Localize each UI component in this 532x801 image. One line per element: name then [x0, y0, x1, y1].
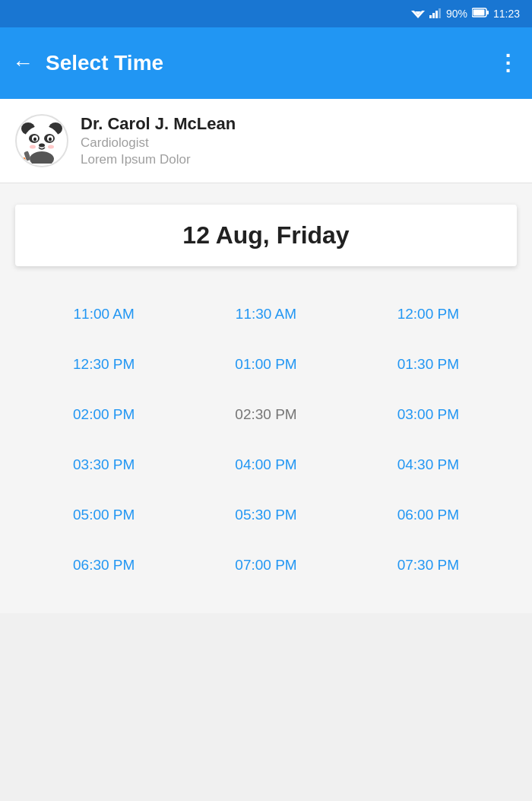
- svg-rect-6: [439, 8, 441, 18]
- time-slot-9[interactable]: 03:00 PM: [347, 389, 509, 440]
- time-slot-5[interactable]: 01:00 PM: [185, 339, 347, 389]
- svg-point-18: [49, 138, 52, 141]
- battery-percent: 90%: [446, 8, 467, 20]
- battery-icon: [472, 7, 489, 21]
- time-slot-12[interactable]: 04:30 PM: [347, 440, 509, 490]
- time-slot-4[interactable]: 12:30 PM: [23, 339, 185, 389]
- time-slot-2[interactable]: 11:30 AM: [185, 289, 347, 339]
- time-grid: 11:00 AM11:30 AM12:00 PM12:30 PM01:00 PM…: [23, 289, 509, 590]
- more-options-button[interactable]: ⋮: [497, 58, 520, 68]
- time-slot-15[interactable]: 06:00 PM: [347, 490, 509, 540]
- date-card[interactable]: 12 Aug, Friday: [15, 205, 517, 266]
- time-slot-8: 02:30 PM: [185, 389, 347, 440]
- time-slot-6[interactable]: 01:30 PM: [347, 339, 509, 389]
- svg-point-17: [33, 138, 36, 141]
- selected-date: 12 Aug, Friday: [182, 221, 349, 249]
- time-slot-17[interactable]: 07:00 PM: [185, 540, 347, 590]
- time-slot-7[interactable]: 02:00 PM: [23, 389, 185, 440]
- svg-rect-5: [435, 11, 438, 18]
- svg-rect-8: [486, 11, 489, 14]
- time-slot-1[interactable]: 11:00 AM: [23, 289, 185, 339]
- time-slot-18[interactable]: 07:30 PM: [347, 540, 509, 590]
- time-slot-10[interactable]: 03:30 PM: [23, 440, 185, 490]
- svg-rect-3: [429, 15, 432, 18]
- doctor-details: Dr. Carol J. McLean Cardiologist Lorem I…: [81, 114, 236, 167]
- clock: 11:23: [493, 8, 520, 20]
- svg-rect-4: [432, 13, 435, 18]
- status-icons: 90% 11:23: [411, 7, 520, 21]
- doctor-info-section: Dr. Carol J. McLean Cardiologist Lorem I…: [0, 99, 532, 183]
- doctor-specialty: Cardiologist: [81, 135, 236, 151]
- svg-point-21: [48, 145, 54, 149]
- time-slot-3[interactable]: 12:00 PM: [347, 289, 509, 339]
- svg-point-19: [39, 144, 45, 148]
- doctor-location: Lorem Ipsum Dolor: [81, 152, 236, 167]
- time-slots-section: 11:00 AM11:30 AM12:00 PM12:30 PM01:00 PM…: [0, 281, 532, 613]
- app-bar-left: ← Select Time: [12, 51, 163, 75]
- svg-point-20: [30, 145, 36, 149]
- signal-icon: [429, 8, 442, 21]
- time-slot-11[interactable]: 04:00 PM: [185, 440, 347, 490]
- status-bar: 90% 11:23: [0, 0, 532, 27]
- time-slot-14[interactable]: 05:30 PM: [185, 490, 347, 540]
- back-button[interactable]: ←: [12, 52, 33, 74]
- doctor-name: Dr. Carol J. McLean: [81, 114, 236, 134]
- wifi-icon: [411, 8, 425, 21]
- svg-rect-9: [473, 10, 484, 16]
- date-section: 12 Aug, Friday: [0, 183, 532, 281]
- page-title: Select Time: [46, 51, 163, 75]
- doctor-avatar: [15, 114, 68, 167]
- panda-avatar-icon: [19, 118, 65, 164]
- time-slot-13[interactable]: 05:00 PM: [23, 490, 185, 540]
- time-slot-16[interactable]: 06:30 PM: [23, 540, 185, 590]
- app-bar: ← Select Time ⋮: [0, 27, 532, 99]
